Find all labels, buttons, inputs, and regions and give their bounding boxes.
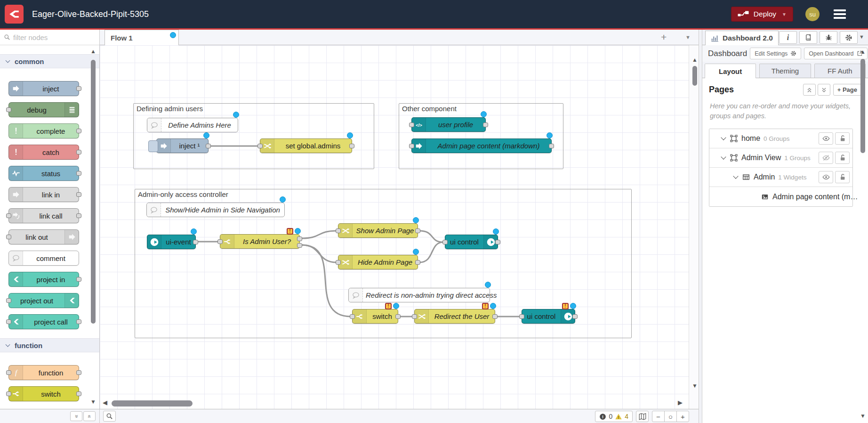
palette-scroll-up-icon[interactable]: ▲ (90, 48, 96, 55)
lock-toggle-button[interactable] (835, 132, 850, 145)
input-port[interactable] (6, 298, 11, 303)
input-port[interactable] (409, 144, 414, 148)
deploy-options-caret-icon[interactable]: ▼ (782, 12, 787, 17)
palette-node-link-in[interactable]: link in (8, 187, 79, 202)
input-port[interactable] (350, 314, 355, 319)
canvas-scroll-down-icon[interactable]: ▼ (692, 382, 698, 389)
palette-node-inject[interactable]: inject (8, 81, 79, 96)
palette-node-complete[interactable]: complete (8, 123, 79, 138)
wire[interactable] (302, 231, 337, 238)
chevron-down-icon[interactable] (733, 173, 738, 179)
flow-node-inject[interactable]: inject ¹ (156, 138, 209, 153)
input-port[interactable] (409, 122, 414, 127)
collapse-all-button[interactable] (803, 84, 816, 96)
debug-tab-button[interactable] (820, 31, 837, 44)
flow-node-show-admin[interactable]: Show Admin Page (338, 223, 418, 238)
wire[interactable] (419, 231, 443, 242)
palette-category-common[interactable]: common (0, 54, 99, 68)
tree-row-admin[interactable]: Admin1 Widgets (709, 168, 852, 187)
output-port[interactable] (415, 260, 420, 265)
inject-trigger-button[interactable] (148, 140, 158, 152)
output-port-2[interactable] (297, 243, 302, 248)
flow-node-admin-content[interactable]: Admin page content (markdown) (411, 138, 552, 153)
output-port[interactable] (492, 314, 498, 319)
tab-layout[interactable]: Layout (705, 64, 756, 78)
help-tab-button[interactable] (799, 31, 817, 44)
palette-node-status[interactable]: status (8, 166, 79, 181)
palette-node-project-call[interactable]: project call (8, 314, 79, 329)
output-port[interactable] (76, 171, 81, 176)
zoom-reset-button[interactable]: ○ (664, 411, 677, 422)
main-menu-button[interactable] (834, 9, 846, 19)
flow-comment-c1[interactable]: Define Admins Here (147, 118, 238, 132)
flow-node-user-profile[interactable]: </>user profile (411, 117, 486, 132)
open-dashboard-button[interactable]: Open Dashboard (804, 48, 867, 59)
output-port[interactable] (395, 314, 401, 319)
output-port[interactable] (76, 391, 81, 396)
add-page-button[interactable]: + Page (833, 84, 861, 96)
canvas-vscrollbar-thumb[interactable] (692, 66, 697, 86)
flow-node-set-admins[interactable]: set global.admins (260, 138, 352, 153)
output-port[interactable] (415, 228, 420, 233)
flow-comment-c2[interactable]: Show/Hide Admin in Side Navigation (146, 203, 285, 217)
notifications-status-button[interactable]: ! 0 ! 4 (595, 411, 633, 422)
wire[interactable] (419, 242, 443, 262)
input-port[interactable] (6, 107, 11, 112)
flow-list-caret-icon[interactable]: ▼ (685, 34, 691, 40)
flow-node-ui-control-1[interactable]: ui control (445, 235, 498, 249)
output-port[interactable] (76, 213, 81, 218)
output-port[interactable] (76, 129, 81, 133)
input-port[interactable] (442, 240, 448, 244)
input-port[interactable] (257, 144, 263, 148)
flow-node-ui-event[interactable]: ui-event (147, 235, 196, 249)
config-tab-button[interactable] (840, 31, 858, 44)
palette-scroll-down-icon[interactable]: ▼ (90, 399, 96, 405)
tab-dashboard-2[interactable]: Dashboard 2.0 (705, 31, 779, 45)
palette-node-debug[interactable]: debug (8, 102, 79, 117)
flow-node-redirect[interactable]: Redirect the User! (414, 309, 495, 324)
zoom-in-button[interactable]: + (676, 411, 689, 422)
flow-comment-c3[interactable]: Redirect is non-admin trying direct acce… (348, 288, 490, 302)
user-avatar[interactable]: su (805, 7, 820, 21)
sidebar-splitter[interactable] (699, 30, 702, 423)
input-port[interactable] (217, 239, 223, 244)
palette-scrollbar-thumb[interactable] (91, 60, 96, 324)
tree-row-admin-view[interactable]: Admin View1 Groups (709, 148, 852, 168)
app-logo-icon[interactable] (5, 5, 24, 24)
info-tab-button[interactable]: i (779, 31, 797, 44)
lock-toggle-button[interactable] (835, 152, 850, 164)
canvas-search-button[interactable] (103, 411, 116, 422)
palette-node-function[interactable]: ffunction (8, 365, 79, 380)
input-port[interactable] (6, 370, 11, 375)
expand-all-button[interactable] (818, 84, 830, 96)
palette-filter-input[interactable] (13, 33, 84, 41)
flow-node-switch[interactable]: switch! (352, 309, 398, 324)
canvas-scroll-up-icon[interactable]: ▲ (692, 57, 698, 63)
palette-collapse-all-button[interactable]: « (70, 411, 82, 421)
output-port[interactable] (572, 314, 578, 319)
output-port[interactable] (495, 240, 500, 244)
tree-row-admin-page-content-m-[interactable]: Admin page content (m… (709, 187, 852, 206)
deploy-button[interactable]: Deploy ▼ (731, 7, 793, 22)
palette-node-catch[interactable]: catch (8, 145, 79, 160)
output-port[interactable] (549, 144, 554, 148)
lock-toggle-button[interactable] (835, 171, 850, 183)
sidebar-scrollbar-thumb[interactable] (860, 59, 865, 153)
input-port[interactable] (6, 391, 11, 396)
add-flow-button[interactable]: + (661, 32, 667, 43)
input-port[interactable] (336, 260, 341, 265)
palette-node-switch[interactable]: switch (8, 386, 79, 401)
input-port[interactable] (6, 235, 11, 239)
input-port[interactable] (6, 213, 11, 218)
sidebar-tabs-caret-icon[interactable]: ▼ (859, 34, 864, 40)
edit-settings-button[interactable]: Edit Settings (750, 48, 801, 59)
visibility-toggle-button[interactable] (819, 132, 833, 145)
input-port[interactable] (6, 319, 11, 324)
chevron-down-icon[interactable] (721, 135, 726, 140)
palette-node-project-out[interactable]: project out (8, 293, 79, 308)
tab-flow-1[interactable]: Flow 1 (104, 30, 179, 45)
output-port[interactable] (76, 150, 81, 155)
chevron-down-icon[interactable] (721, 154, 726, 159)
input-port[interactable] (412, 314, 417, 319)
input-port[interactable] (519, 314, 524, 319)
